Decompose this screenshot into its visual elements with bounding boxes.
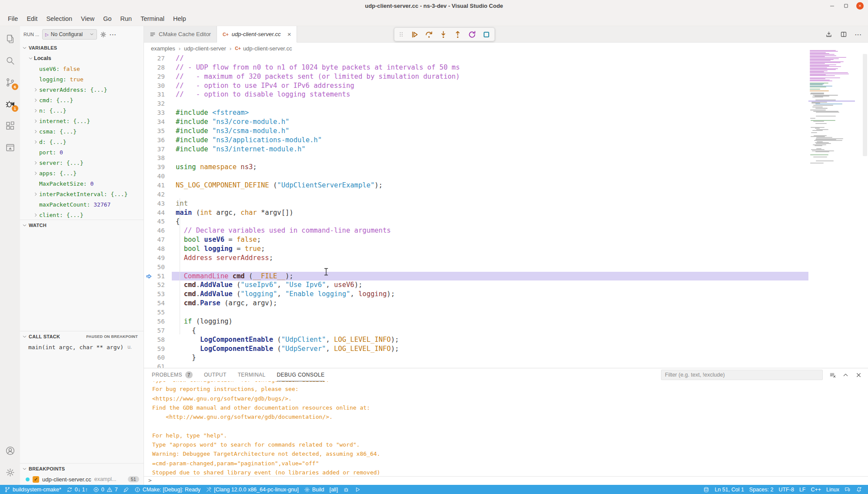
code-line[interactable]: 48 bool logging = true; <box>144 244 808 254</box>
code-editor[interactable]: 27//28// - UDP flow from n0 to n1 of 102… <box>144 54 808 368</box>
minimize-icon[interactable] <box>828 3 835 10</box>
code-line[interactable]: 45{ <box>144 217 808 226</box>
statusbar-compiler[interactable]: [Clang 12.0.0 x86_64-pc-linux-gnu] <box>203 485 301 494</box>
statusbar-language-mode[interactable]: C++ <box>808 485 824 494</box>
stop-button[interactable] <box>482 30 491 39</box>
debug-console-prompt[interactable]: > <box>144 476 868 485</box>
variables-scope[interactable]: Locals <box>20 53 144 63</box>
maximize-panel-icon[interactable] <box>842 372 849 378</box>
variable-row[interactable]: logging: true <box>20 74 144 84</box>
code-line[interactable]: 35#include "ns3/csma-module.h" <box>144 127 808 136</box>
statusbar-debug-target[interactable] <box>341 485 352 494</box>
variable-row[interactable]: internet: {...} <box>20 116 144 126</box>
panel-tab-terminal[interactable]: TERMINAL <box>238 368 266 381</box>
tab-cmake-cache-editor[interactable]: CMake Cache Editor <box>144 26 217 42</box>
variable-row[interactable]: serverAddress: {...} <box>20 84 144 95</box>
close-icon[interactable]: × <box>287 31 291 37</box>
variable-row[interactable]: interPacketInterval: {...} <box>20 189 144 199</box>
code-line[interactable]: 58 LogComponentEnable ("UdpClient", LOG_… <box>144 335 808 344</box>
breadcrumb-item[interactable]: udp-client-server <box>184 45 226 52</box>
code-line[interactable]: 32 <box>144 99 808 108</box>
menu-item-terminal[interactable]: Terminal <box>136 12 169 26</box>
variable-row[interactable]: maxPacketCount: 32767 <box>20 199 144 210</box>
close-panel-icon[interactable] <box>855 372 862 378</box>
code-line[interactable]: 56 if (logging) <box>144 317 808 326</box>
panel-tab-problems[interactable]: PROBLEMS7 <box>152 368 193 381</box>
menu-item-file[interactable]: File <box>3 12 22 26</box>
statusbar-notifications[interactable] <box>853 485 865 494</box>
continue-button[interactable] <box>411 30 419 39</box>
variable-row[interactable]: client: {...} <box>20 210 144 220</box>
code-line[interactable]: 27// <box>144 54 808 63</box>
sidebar-item-extensions[interactable] <box>0 115 20 137</box>
variable-row[interactable]: cmd: {...} <box>20 95 144 105</box>
statusbar-os[interactable]: Linux <box>824 485 842 494</box>
code-line[interactable]: 30// - option to use IPv4 or IPv6 addres… <box>144 81 808 90</box>
sidebar-item-explorer[interactable] <box>0 28 20 50</box>
statusbar-problems[interactable]: 07 <box>90 485 120 494</box>
sidebar-item-search[interactable] <box>0 50 20 71</box>
console-filter-input[interactable] <box>661 370 823 380</box>
sidebar-item-account[interactable] <box>0 440 20 461</box>
code-line[interactable]: 54 cmd.Parse (argc, argv); <box>144 299 808 308</box>
code-line[interactable]: 61 <box>144 362 808 368</box>
drag-handle-icon[interactable] <box>398 31 404 38</box>
variables-header[interactable]: VARIABLES <box>20 43 144 53</box>
sidebar-item-cmake-panel[interactable] <box>0 137 20 158</box>
sidebar-item-settings[interactable] <box>0 461 20 483</box>
code-line[interactable]: 41NS_LOG_COMPONENT_DEFINE ("UdpClientSer… <box>144 181 808 190</box>
code-line[interactable]: 34#include "ns3/core-module.h" <box>144 117 808 127</box>
code-line[interactable]: 36#include "ns3/applications-module.h" <box>144 136 808 145</box>
minimap[interactable] <box>808 50 855 167</box>
code-line[interactable]: 31// - option to disable logging stateme… <box>144 90 808 99</box>
more-actions-icon[interactable]: ··· <box>855 31 862 38</box>
code-line[interactable]: 28// - UDP flow from n0 to n1 of 1024 by… <box>144 63 808 72</box>
variable-row[interactable]: n: {...} <box>20 105 144 116</box>
code-line[interactable]: 37#include "ns3/internet-module.h" <box>144 145 808 154</box>
code-line[interactable]: 40 <box>144 172 808 181</box>
variable-row[interactable]: useV6: false <box>20 63 144 74</box>
run-target-icon[interactable] <box>825 31 832 38</box>
statusbar-cmake-status[interactable]: CMake: [Debug]: Ready <box>132 485 203 494</box>
restart-button[interactable] <box>468 30 476 39</box>
statusbar-branch[interactable]: buildsystem-cmake* <box>2 485 64 494</box>
statusbar-sync[interactable]: 0↓ 1↑ <box>64 485 90 494</box>
variable-row[interactable]: server: {...} <box>20 157 144 168</box>
code-line[interactable]: 53 cmd.AddValue ("logging", "Enable logg… <box>144 290 808 299</box>
statusbar-cmake-kit[interactable] <box>120 485 132 494</box>
variable-row[interactable]: MaxPacketSize: 0 <box>20 178 144 189</box>
variable-row[interactable]: apps: {...} <box>20 168 144 178</box>
sidebar-item-run-and-debug[interactable]: 1 <box>0 93 20 115</box>
code-line[interactable]: 38 <box>144 154 808 163</box>
code-line[interactable]: 50 <box>144 263 808 272</box>
call-stack-header[interactable]: CALL STACK PAUSED ON BREAKPOINT <box>20 331 144 342</box>
panel-tab-debug-console[interactable]: DEBUG CONSOLE <box>277 368 325 381</box>
menu-item-view[interactable]: View <box>77 12 99 26</box>
code-line[interactable]: 43int <box>144 199 808 208</box>
menu-item-run[interactable]: Run <box>116 12 137 26</box>
close-icon[interactable]: × <box>856 2 864 10</box>
split-editor-icon[interactable] <box>840 31 847 38</box>
tab-udp-client-server-cc[interactable]: C+udp-client-server.cc× <box>217 26 297 43</box>
code-line[interactable]: 59 LogComponentEnable ("UdpServer", LOG_… <box>144 344 808 354</box>
code-line[interactable]: 60 } <box>144 353 808 362</box>
breadcrumb-item[interactable]: C+udp-client-server.cc <box>235 45 292 52</box>
statusbar-cmake-cache[interactable] <box>701 485 712 494</box>
code-line[interactable]: 52 cmd.AddValue ("useIpv6", "Use Ipv6", … <box>144 280 808 290</box>
step-into-button[interactable] <box>439 30 447 39</box>
statusbar-launch-target[interactable] <box>352 485 363 494</box>
statusbar-build-target[interactable]: [all] <box>327 485 340 494</box>
scrollbar[interactable] <box>862 54 868 368</box>
menu-item-selection[interactable]: Selection <box>42 12 77 26</box>
statusbar-encoding[interactable]: UTF-8 <box>776 485 796 494</box>
gear-icon[interactable] <box>100 31 107 38</box>
more-actions-icon[interactable]: ··· <box>110 31 117 38</box>
watch-header[interactable]: WATCH <box>20 220 144 230</box>
menu-item-help[interactable]: Help <box>169 12 190 26</box>
code-line[interactable]: 51 CommandLine cmd (__FILE__); <box>144 272 808 281</box>
sidebar-item-source-control[interactable]: 6 <box>0 71 20 93</box>
code-line[interactable]: 46 // Declare variables used in command-… <box>144 226 808 235</box>
step-out-button[interactable] <box>454 30 462 39</box>
statusbar-indentation[interactable]: Spaces: 2 <box>747 485 776 494</box>
variable-row[interactable]: d: {...} <box>20 137 144 147</box>
